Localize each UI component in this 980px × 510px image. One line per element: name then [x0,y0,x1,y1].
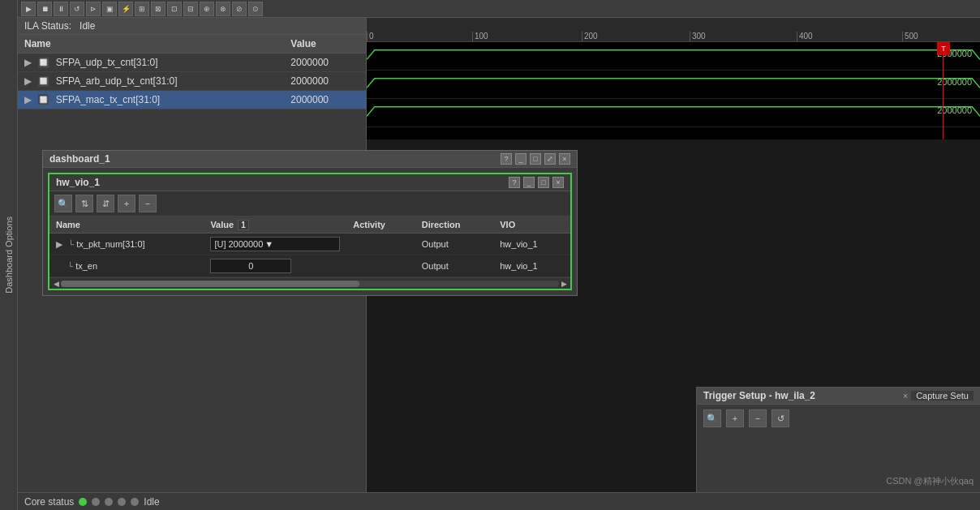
trigger-remove-btn[interactable]: − [749,409,767,427]
trigger-add-btn[interactable]: + [726,409,744,427]
toolbar-btn-9[interactable]: ⊠ [151,2,165,16]
maximize-btn[interactable]: □ [530,153,541,165]
ruler-tick-200: 200 [582,32,598,41]
status-dot-gray-2 [105,498,113,506]
vio-vio-1: hw_vio_1 [493,234,570,255]
ruler-tick-0: 0 [367,32,374,41]
waveform-svg-3 [367,99,980,126]
waveform-row-3: 2000000 [367,99,980,127]
window-controls: ? _ □ ⤢ × [501,153,570,165]
signal-icon-3: 🔲 [37,94,49,105]
vio-col-value: Value 1 [204,216,346,234]
vio-remove-btn[interactable]: − [139,195,157,212]
toolbar-btn-12[interactable]: ⊕ [200,2,214,16]
toolbar-btn-13[interactable]: ⊗ [216,2,230,16]
vio-col-name: Name [49,216,204,234]
status-dot-gray-1 [92,498,100,506]
trigger-title: Trigger Setup - hw_ila_2 [703,390,815,401]
vio-direction-1: Output [415,234,494,255]
float-btn[interactable]: ⤢ [544,153,556,165]
toolbar-btn-2[interactable]: ⏹ [37,2,52,16]
core-status-label: Core status [24,496,74,508]
root-container: Dashboard Options ▶ ⏹ ⏸ ↺ ⊳ ▣ ⚡ ⊞ ⊠ ⊡ ⊟ … [0,0,980,510]
vio-signal-name-1: tx_pkt_num[31:0] [76,239,144,249]
help-btn[interactable]: ? [501,153,512,165]
signal-value-3: 2000000 [284,91,366,109]
signal-value-2: 2000000 [284,72,366,91]
vio-maximize-btn[interactable]: □ [538,177,549,188]
vio-title: hw_vio_1 [56,177,100,188]
scrollbar-thumb[interactable] [61,281,359,287]
vio-titlebar: hw_vio_1 ? _ □ × [49,174,570,191]
toolbar-btn-11[interactable]: ⊟ [183,2,198,16]
vio-table-row[interactable]: ▶ └ tx_pkt_num[31:0] [U] 2000000 ▼ [49,234,570,255]
vio-add-btn[interactable]: + [118,195,135,212]
expand-arrow-1[interactable]: ▶ [24,57,32,68]
vio-activity-2 [346,255,415,277]
status-dot-gray-3 [118,498,126,506]
vio-vio-2: hw_vio_1 [493,255,570,277]
vio-minimize-btn[interactable]: _ [523,177,535,188]
main-content: ▶ ⏹ ⏸ ↺ ⊳ ▣ ⚡ ⊞ ⊠ ⊡ ⊟ ⊕ ⊗ ⊘ ⊙ ILA Status… [18,0,980,510]
toolbar-btn-1[interactable]: ▶ [21,2,36,16]
vio-window-controls: ? _ □ × [509,177,564,188]
scrollbar-track[interactable] [61,281,559,287]
toolbar-btn-8[interactable]: ⊞ [135,2,149,16]
value-dropdown-1[interactable]: [U] 2000000 ▼ [210,237,340,251]
value-input-1[interactable] [210,259,291,273]
toolbar-btn-4[interactable]: ↺ [70,2,84,16]
toolbar-btn-15[interactable]: ⊙ [248,2,263,16]
waveform-svg-2 [367,71,980,98]
table-row[interactable]: ▶ 🔲 SFPA_arb_udp_tx_cnt[31:0] 2000000 [18,72,366,91]
scroll-right-arrow[interactable]: ▶ [559,279,569,289]
close-trigger-icon[interactable]: × [903,392,908,401]
signals-col-name: Name [18,35,284,54]
trigger-search-btn[interactable]: 🔍 [703,409,721,427]
vio-scrollbar[interactable]: ◀ ▶ [49,277,570,289]
signal-icon-2: 🔲 [37,75,49,87]
vio-toolbar: 🔍 ⇅ ⇵ + − [49,191,570,216]
ila-status-value: Idle [80,20,95,32]
toolbar-btn-5[interactable]: ⊳ [86,2,101,16]
waveform-svg-1 [367,42,980,70]
ruler-tick-500: 500 [902,32,918,41]
vio-filter-btn[interactable]: ⇵ [97,195,114,212]
toolbar-btn-6[interactable]: ▣ [102,2,117,16]
vio-expand-arrow-1[interactable]: ▶ [56,239,62,249]
table-row[interactable]: ▶ 🔲 SFPA_mac_tx_cnt[31:0] 2000000 [18,91,366,109]
bottom-status: Core status Idle [18,492,980,510]
core-status-value: Idle [144,496,159,508]
vio-signal-icon-2: └ [67,262,73,271]
minimize-btn[interactable]: _ [515,153,527,165]
trigger-refresh-btn[interactable]: ↺ [772,409,789,427]
vio-table-row[interactable]: └ tx_en Output hw_vio_1 [49,255,570,277]
table-row[interactable]: ▶ 🔲 SFPA_udp_tx_cnt[31:0] 2000000 [18,54,366,72]
signal-name-2: SFPA_arb_udp_tx_cnt[31:0] [56,75,178,87]
toolbar-btn-10[interactable]: ⊡ [167,2,182,16]
signal-value-1: 2000000 [284,54,366,72]
toolbar-btn-14[interactable]: ⊘ [232,2,247,16]
close-btn[interactable]: × [559,153,570,165]
capture-setup-tab[interactable]: Capture Setu [911,391,974,401]
signals-col-value: Value [284,35,366,54]
vio-sort-btn[interactable]: ⇅ [75,195,93,212]
dashboard-content: hw_vio_1 ? _ □ × 🔍 ⇅ ⇵ + − [43,168,577,295]
toolbar-btn-3[interactable]: ⏸ [54,2,68,16]
signal-name-1: SFPA_udp_tx_cnt[31:0] [56,57,158,68]
trigger-toolbar: 🔍 + − ↺ [697,405,980,432]
expand-arrow-2[interactable]: ▶ [24,75,32,87]
vio-close-btn[interactable]: × [552,177,564,188]
expand-arrow-3[interactable]: ▶ [24,94,32,105]
vio-help-btn[interactable]: ? [509,177,520,188]
vio-signal-icon-1: └ [68,240,74,249]
ila-status-bar: ILA Status: Idle [18,18,366,35]
waveform-ruler: 0 100 200 300 400 500 600 [367,18,980,42]
scroll-left-arrow[interactable]: ◀ [51,279,61,289]
vio-search-btn[interactable]: 🔍 [54,195,72,212]
vio-signals-table: Name Value 1 Activity Direction VIO [49,216,570,277]
dashboard-titlebar: dashboard_1 ? _ □ ⤢ × [43,151,577,168]
toolbar-btn-7[interactable]: ⚡ [118,2,133,16]
watermark: CSDN @精神小伙qaq [886,475,974,487]
vio-panel: hw_vio_1 ? _ □ × 🔍 ⇅ ⇵ + − [48,173,572,290]
col-1-badge: 1 [238,220,249,230]
